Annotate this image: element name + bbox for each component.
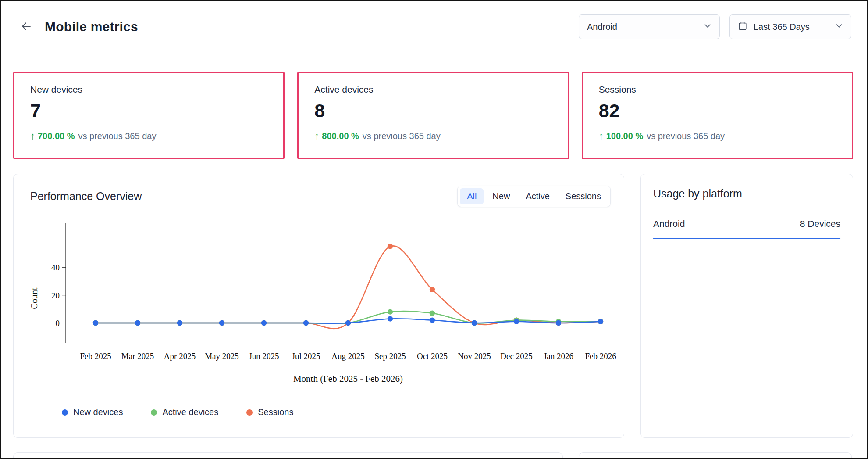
delta-suffix: vs previous 365 day (363, 131, 441, 141)
delta-suffix: vs previous 365 day (647, 131, 725, 141)
legend-dot-icon (246, 409, 253, 416)
performance-title: Performance Overview (30, 190, 142, 203)
svg-text:Feb 2025: Feb 2025 (80, 351, 111, 361)
legend-label: Sessions (258, 407, 293, 417)
svg-text:40: 40 (51, 263, 60, 272)
usage-platform-label: Android (653, 219, 685, 229)
svg-text:0: 0 (56, 319, 60, 328)
arrow-up-icon (30, 130, 35, 142)
svg-text:Jul 2025: Jul 2025 (292, 351, 320, 361)
svg-text:Count: Count (29, 287, 39, 309)
tab-active[interactable]: Active (519, 188, 556, 204)
chart-series-tabs: All New Active Sessions (457, 186, 611, 207)
mobile-metrics-page: Mobile metrics Android Last 365 Days (0, 0, 868, 459)
stat-title: New devices (30, 84, 267, 95)
stat-title: Sessions (599, 84, 836, 95)
performance-overview-card: Performance Overview All New Active Sess… (13, 174, 624, 438)
usage-title: Usage by platform (653, 187, 840, 200)
usage-platform-bar (653, 238, 840, 239)
stat-delta: 100.00 % vs previous 365 day (599, 130, 836, 142)
legend-item-new-devices[interactable]: New devices (62, 407, 123, 417)
svg-text:Aug 2025: Aug 2025 (331, 351, 364, 361)
delta-percent: 700.00 % (38, 131, 75, 141)
partial-card (13, 452, 563, 458)
platform-select[interactable]: Android (579, 14, 720, 39)
svg-text:Oct 2025: Oct 2025 (417, 351, 448, 361)
delta-suffix: vs previous 365 day (78, 131, 157, 141)
svg-text:May 2025: May 2025 (205, 351, 239, 361)
legend-dot-icon (151, 409, 157, 416)
svg-text:Nov 2025: Nov 2025 (458, 351, 491, 361)
usage-by-platform-card: Usage by platform Android 8 Devices (640, 174, 853, 438)
legend-item-active-devices[interactable]: Active devices (151, 407, 218, 417)
svg-text:Jan 2026: Jan 2026 (544, 351, 573, 361)
svg-text:Sep 2025: Sep 2025 (374, 351, 406, 361)
usage-row: Android 8 Devices (653, 219, 840, 229)
stat-card-active-devices: Active devices 8 800.00 % vs previous 36… (297, 72, 569, 159)
platform-select-value: Android (587, 22, 617, 32)
stat-value: 7 (30, 100, 267, 122)
legend-dot-icon (62, 409, 68, 416)
svg-text:Month (Feb 2025 - Feb 2026): Month (Feb 2025 - Feb 2026) (293, 373, 403, 384)
stats-row: New devices 7 700.00 % vs previous 365 d… (1, 53, 867, 159)
back-button[interactable] (18, 18, 35, 36)
svg-text:Mar 2025: Mar 2025 (121, 351, 154, 361)
tab-all[interactable]: All (460, 188, 484, 204)
stat-card-sessions: Sessions 82 100.00 % vs previous 365 day (582, 72, 853, 159)
legend-item-sessions[interactable]: Sessions (246, 407, 293, 417)
arrow-up-icon (599, 130, 604, 142)
stat-delta: 700.00 % vs previous 365 day (30, 130, 267, 142)
delta-percent: 800.00 % (322, 131, 359, 141)
usage-devices-count: 8 Devices (800, 219, 840, 229)
tab-sessions[interactable]: Sessions (559, 188, 608, 204)
svg-text:Apr 2025: Apr 2025 (164, 351, 196, 361)
stat-card-new-devices: New devices 7 700.00 % vs previous 365 d… (13, 72, 285, 159)
svg-text:Jun 2025: Jun 2025 (249, 351, 279, 361)
performance-card-header: Performance Overview All New Active Sess… (24, 186, 613, 207)
svg-text:Feb 2026: Feb 2026 (585, 351, 616, 361)
date-range-select[interactable]: Last 365 Days (729, 14, 851, 39)
svg-text:20: 20 (51, 291, 60, 300)
legend-label: New devices (73, 407, 123, 417)
stat-title: Active devices (314, 84, 551, 95)
page-title: Mobile metrics (45, 19, 138, 34)
chart-legend: New devices Active devices Sessions (62, 407, 613, 417)
stat-delta: 800.00 % vs previous 365 day (314, 130, 551, 142)
calendar-icon (738, 21, 747, 33)
svg-text:Dec 2025: Dec 2025 (500, 351, 532, 361)
legend-label: Active devices (162, 407, 218, 417)
chevron-down-icon (704, 22, 711, 32)
partial-card (579, 452, 852, 458)
stat-value: 82 (599, 100, 836, 122)
chevron-down-icon (835, 22, 843, 32)
date-range-value: Last 365 Days (754, 22, 829, 32)
content-row: Performance Overview All New Active Sess… (1, 159, 867, 438)
arrow-up-icon (314, 130, 319, 142)
header: Mobile metrics Android Last 365 Days (1, 1, 867, 53)
stat-value: 8 (314, 100, 551, 122)
delta-percent: 100.00 % (606, 131, 644, 141)
back-arrow-icon (20, 20, 33, 34)
performance-line-chart[interactable]: 02040CountFeb 2025Mar 2025Apr 2025May 20… (24, 220, 613, 396)
tab-new[interactable]: New (485, 188, 517, 204)
